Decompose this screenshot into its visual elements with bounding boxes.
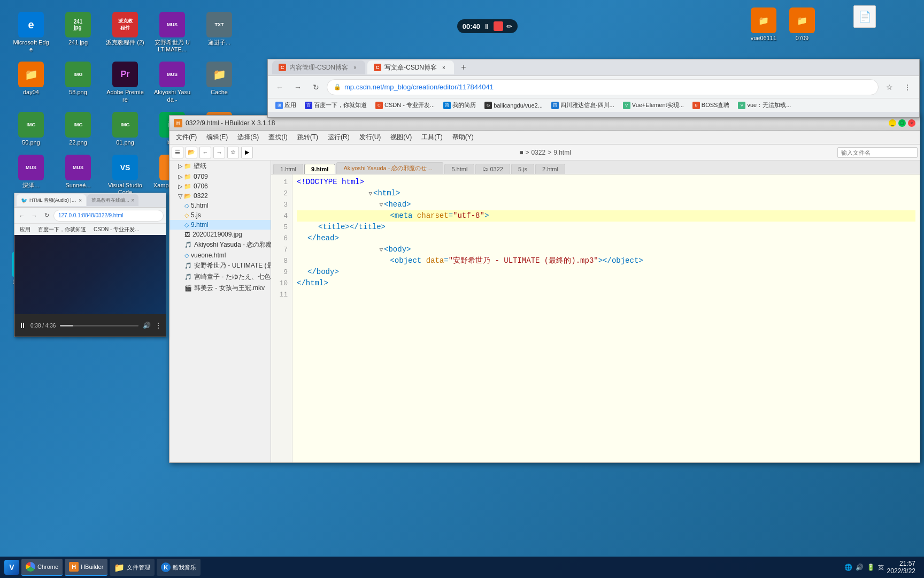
bookmark-csdn[interactable]: C CSDN - 专业开发... xyxy=(372,100,438,110)
tree-item-5html[interactable]: ◇ 5.html xyxy=(170,201,271,210)
desktop-icon-241jpg[interactable]: 241jpg 241.jpg xyxy=(57,10,99,55)
tree-item-0706[interactable]: ▷ 📁 0706 xyxy=(170,181,271,191)
chrome-refresh-btn[interactable]: ↻ xyxy=(309,80,324,95)
tree-item-vueone[interactable]: ◇ vueone.html xyxy=(170,250,271,260)
small-tab-2-close[interactable]: × xyxy=(132,197,135,203)
code-editor[interactable]: 1 2 3 4 5 6 7 8 9 10 11 <!DOCTY xyxy=(271,174,920,462)
desktop-icon-dizi[interactable]: TXT 递进子... xyxy=(198,10,241,55)
tree-item-jpg[interactable]: 🖼 20200219009.jpg xyxy=(170,230,271,239)
small-refresh-btn[interactable]: ↻ xyxy=(41,210,52,221)
bookmark-baidu[interactable]: 百 百度一下，你就知道 xyxy=(302,100,370,110)
tray-battery-icon[interactable]: 🔋 xyxy=(867,564,875,571)
breadcrumb-folder[interactable]: 0322 xyxy=(531,149,545,156)
tree-item-9html[interactable]: ◇ 9.html xyxy=(170,220,271,230)
editor-tab-5js[interactable]: 5.js xyxy=(511,164,534,174)
code-content[interactable]: <!DOCTYPE html> ▽<html> ▽<head> xyxy=(292,174,920,462)
small-tab-1[interactable]: 🐦 HTML 音频(Audio) | 菜鸟教程 × xyxy=(17,194,86,206)
tray-network-icon[interactable]: 🌐 xyxy=(844,564,852,571)
close-btn[interactable]: × xyxy=(908,119,915,127)
editor-tab-1html[interactable]: 1.html xyxy=(273,164,303,174)
minimize-btn[interactable]: _ xyxy=(889,119,896,127)
more-options-btn[interactable]: ⋮ xyxy=(155,322,161,329)
file-search-input[interactable] xyxy=(837,147,918,158)
desktop-icon-vue06111[interactable]: 📁 vue06111 xyxy=(749,5,779,44)
desktop-icon-akiyoshi[interactable]: MUS Akiyoshi Yasuda - xyxy=(151,59,194,105)
toolbar-btn-forward[interactable]: → xyxy=(213,147,225,158)
toolbar-btn-2[interactable]: 📂 xyxy=(186,147,197,158)
recording-pause-icon[interactable]: ⏸ xyxy=(483,22,490,31)
maximize-btn[interactable]: □ xyxy=(898,119,906,127)
editor-tab-5html[interactable]: 5.html xyxy=(444,164,474,174)
small-bookmark-apps[interactable]: 应用 xyxy=(17,225,34,234)
tree-item-0322[interactable]: ▽ 📂 0322 xyxy=(170,191,271,201)
editor-tab-2html[interactable]: 2.html xyxy=(535,164,565,174)
tray-volume-icon[interactable]: 🔊 xyxy=(856,564,864,571)
chrome-tab-1[interactable]: C 内容管理-CSDN博客 × xyxy=(272,60,365,74)
desktop-icon-day04[interactable]: 📁 day04 xyxy=(10,59,52,105)
chrome-tab-2-close[interactable]: × xyxy=(440,64,448,71)
chrome-star-btn[interactable]: ☆ xyxy=(882,80,897,95)
menu-find[interactable]: 查找(I) xyxy=(264,131,291,143)
chrome-back-btn[interactable]: ← xyxy=(272,80,287,95)
bookmark-vue-err[interactable]: V vue：无法加载... xyxy=(735,100,794,110)
toolbar-btn-1[interactable]: ☰ xyxy=(172,147,183,158)
desktop-icon-01png[interactable]: IMG 01.png xyxy=(104,110,147,148)
taskbar-kuwo[interactable]: K 酷我音乐 xyxy=(157,559,201,576)
toolbar-btn-back[interactable]: ← xyxy=(199,147,211,158)
menu-help[interactable]: 帮助(Y) xyxy=(448,131,478,143)
progress-bar[interactable] xyxy=(60,325,138,326)
bookmark-yadasinfo[interactable]: 四 四川雅达信息-四川... xyxy=(548,100,618,110)
tree-item-wallpaper[interactable]: ▷ 📁 壁纸 xyxy=(170,161,271,172)
bookmark-vue-element[interactable]: V Vue+Element实现... xyxy=(620,100,687,110)
menu-jump[interactable]: 跳转(T) xyxy=(293,131,322,143)
chrome-forward-btn[interactable]: → xyxy=(290,80,305,95)
chrome-new-tab-btn[interactable]: + xyxy=(456,60,471,75)
editor-tab-mp3[interactable]: Akiyoshi Yasuda - 恋の邪魔のせい (short).mp3 xyxy=(336,162,443,174)
small-tab-1-close[interactable]: × xyxy=(79,197,82,203)
small-bookmark-baidu[interactable]: 百度一下，你就知道 xyxy=(35,225,89,234)
menu-edit[interactable]: 编辑(E) xyxy=(202,131,232,143)
desktop-icon-shenze[interactable]: MUS 深泽... xyxy=(10,153,52,198)
tree-item-anye-mp3[interactable]: 🎵 安野希世乃 - ULTIMATE (最... xyxy=(170,260,271,271)
volume-btn[interactable]: 🔊 xyxy=(143,322,151,329)
tree-item-hanmeiyun[interactable]: 🎬 韩美云 - 女孩与王冠.mkv xyxy=(170,283,271,294)
small-back-btn[interactable]: ← xyxy=(17,210,27,221)
desktop-icon-paike[interactable]: 派克教程件 派克教程件 (2) xyxy=(104,10,147,55)
bookmark-github[interactable]: G bailicangdu/vue2... xyxy=(481,101,546,110)
breadcrumb-file[interactable]: 9.html xyxy=(553,149,571,156)
desktop-icon-22png[interactable]: IMG 22.png xyxy=(57,110,99,148)
desktop-icon-premiere[interactable]: Pr Adobe Premiere xyxy=(104,59,147,105)
menu-select[interactable]: 选择(S) xyxy=(233,131,263,143)
taskbar-hbuilder[interactable]: H HBuilder xyxy=(65,559,107,576)
editor-tab-0322[interactable]: 🗂 0322 xyxy=(475,164,510,174)
chrome-tab-2[interactable]: C 写文章-CSDN博客 × xyxy=(367,60,454,74)
desktop-icon-document[interactable]: 📄 xyxy=(853,5,876,28)
tree-item-5js[interactable]: ◇ 5.js xyxy=(170,210,271,220)
taskbar-time[interactable]: 21:57 2022/3/22 xyxy=(887,560,915,575)
bookmark-boss[interactable]: B BOSS直聘 xyxy=(689,100,733,110)
small-forward-btn[interactable]: → xyxy=(29,210,40,221)
start-button[interactable]: V xyxy=(4,560,19,575)
chrome-tab-1-close[interactable]: × xyxy=(351,64,359,71)
tree-item-akiyoshi-mp3[interactable]: 🎵 Akiyoshi Yasuda - 恋の邪魔... xyxy=(170,239,271,250)
menu-publish[interactable]: 发行(U) xyxy=(355,131,386,143)
taskbar-chrome[interactable]: Chrome xyxy=(21,559,63,576)
menu-file[interactable]: 文件(F) xyxy=(172,131,201,143)
menu-view[interactable]: 视图(V) xyxy=(386,131,416,143)
chrome-address-bar[interactable]: 🔒 mp.csdn.net/mp_blog/creation/editor/11… xyxy=(327,79,879,95)
small-address-bar[interactable]: 127.0.0.1:8848/0322/9.html xyxy=(53,210,164,222)
menu-run[interactable]: 运行(R) xyxy=(324,131,354,143)
recording-pen-icon[interactable]: ✏ xyxy=(506,22,512,31)
taskbar-explorer[interactable]: 📁 文件管理 xyxy=(110,559,155,576)
recording-stop-btn[interactable] xyxy=(494,21,503,31)
small-bookmark-csdn[interactable]: CSDN - 专业开发... xyxy=(90,225,143,234)
toolbar-btn-run[interactable]: ▶ xyxy=(241,147,253,158)
toolbar-btn-star[interactable]: ☆ xyxy=(227,147,239,158)
desktop-icon-vscode[interactable]: VS Visual Studio Code xyxy=(104,153,147,198)
desktop-icon-sunnee[interactable]: MUS Sunneé... xyxy=(57,153,99,198)
bookmark-resume[interactable]: 简 我的简历 xyxy=(440,100,479,110)
menu-tools[interactable]: 工具(T) xyxy=(417,131,446,143)
pause-btn[interactable]: ⏸ xyxy=(19,321,26,330)
tree-item-0709[interactable]: ▷ 📁 0709 xyxy=(170,172,271,181)
small-tab-2[interactable]: 菜鸟教程在线编... × xyxy=(87,194,138,206)
